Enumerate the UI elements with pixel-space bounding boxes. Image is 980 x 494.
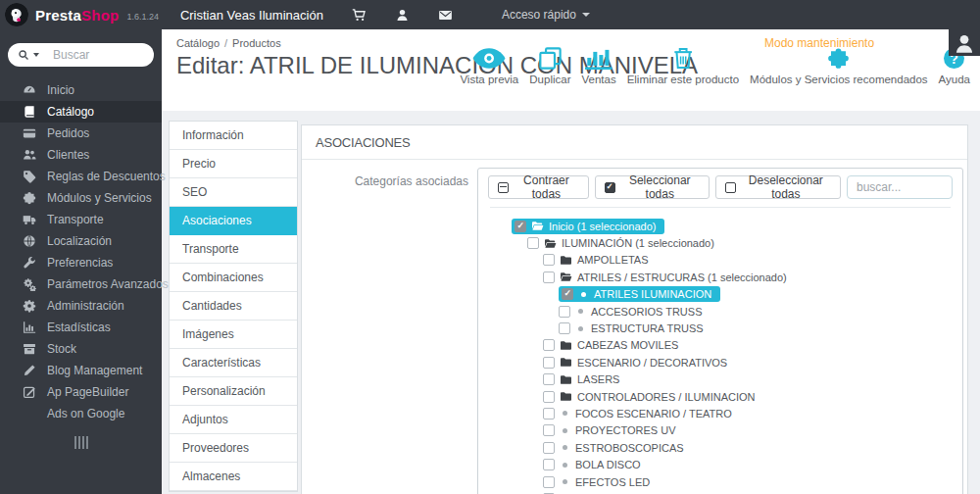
- tab-personalizacion[interactable]: Personalización: [170, 377, 297, 406]
- sidebar-item-reglas-de-descuentos[interactable]: Reglas de Descuentos: [0, 166, 162, 187]
- category-atriles-estrucuras-1-seleccionado[interactable]: ATRILES / ESTRUCURAS (1 seleccionado): [543, 269, 962, 285]
- sidebar-item-inicio[interactable]: Inicio: [0, 79, 162, 101]
- category-efectos-led[interactable]: EFECTOS LED: [543, 473, 962, 490]
- category-checkbox[interactable]: [543, 373, 555, 385]
- category-checkbox[interactable]: [543, 408, 555, 420]
- category-label[interactable]: ESTRUCTURA TRUSS: [591, 322, 704, 334]
- tab-imagenes[interactable]: Imágenes: [170, 321, 297, 349]
- category-search-input[interactable]: [847, 175, 953, 199]
- category-checkbox[interactable]: [543, 424, 555, 436]
- category-label[interactable]: ESCENARIO / DECORATIVOS: [577, 357, 727, 369]
- sidebar-collapse-handle[interactable]: [74, 436, 88, 449]
- cart-icon[interactable]: [352, 8, 367, 23]
- category-checkbox[interactable]: [562, 288, 573, 300]
- category-estroboscopicas[interactable]: ESTROBOSCOPICAS: [543, 439, 962, 456]
- category-label[interactable]: FOCOS ESCENARIO / TEATRO: [575, 408, 732, 420]
- category-accesorios-truss[interactable]: ACCESORIOS TRUSS: [559, 303, 962, 320]
- tab-caracteristicas[interactable]: Características: [170, 349, 297, 377]
- tab-adjuntos[interactable]: Adjuntos: [170, 406, 297, 434]
- category-label[interactable]: ESTROBOSCOPICAS: [575, 442, 684, 454]
- category-checkbox[interactable]: [543, 391, 555, 403]
- category-label[interactable]: LASERS: [577, 373, 619, 385]
- tab-cantidades[interactable]: Cantidades: [170, 292, 297, 321]
- category-estructura-truss[interactable]: ESTRUCTURA TRUSS: [559, 320, 962, 336]
- button-contraer-todas[interactable]: Contraer todas: [488, 175, 589, 199]
- action-duplicar[interactable]: Duplicar: [529, 45, 570, 85]
- search-scope-caret-icon[interactable]: [33, 53, 39, 57]
- category-ampolletas[interactable]: AMPOLLETAS: [543, 252, 962, 269]
- sidebar-item-ads-on-google[interactable]: Ads on Google: [0, 403, 162, 424]
- category-checkbox[interactable]: [559, 306, 570, 318]
- category-proyectores-uv[interactable]: PROYECTORES UV: [543, 422, 962, 439]
- user-icon[interactable]: [395, 8, 410, 23]
- prestashop-logo[interactable]: PrestaShop 1.6.1.24: [0, 3, 159, 26]
- sidebar-item-stock[interactable]: Stock: [0, 338, 162, 360]
- sidebar-item-parametros-avanzados[interactable]: Parámetros Avanzados: [0, 273, 162, 295]
- sidebar-search[interactable]: [8, 43, 154, 67]
- sidebar-item-localizacion[interactable]: Localización: [0, 230, 162, 252]
- category-label[interactable]: CONTROLADORES / ILUMINACION: [577, 391, 756, 403]
- category-label[interactable]: PROYECTORES UV: [575, 424, 676, 436]
- sidebar-item-clientes[interactable]: Clientes: [0, 144, 162, 166]
- breadcrumb-productos[interactable]: Productos: [232, 37, 281, 49]
- category-label[interactable]: CABEZAS MOVILES: [577, 339, 678, 351]
- button-seleccionar-todas[interactable]: Seleccionar todas: [595, 175, 710, 199]
- sidebar-item-estadisticas[interactable]: Estadísticas: [0, 317, 162, 338]
- action-eliminar-este-producto[interactable]: Eliminar este producto: [627, 45, 739, 85]
- category-iluminacion-1-seleccionado[interactable]: ILUMINACIÓN (1 seleccionado): [527, 234, 962, 251]
- shop-name-link[interactable]: Cristian Veas Iluminación: [180, 8, 323, 23]
- tab-informacion[interactable]: Información: [170, 122, 297, 150]
- sidebar-item-modulos-y-servicios[interactable]: Módulos y Servicios: [0, 187, 162, 209]
- category-label[interactable]: ILUMINACIÓN (1 seleccionado): [562, 237, 714, 249]
- sidebar-item-transporte[interactable]: Transporte: [0, 209, 162, 230]
- breadcrumb-catalogo[interactable]: Catálogo: [176, 37, 220, 49]
- sidebar-item-blog-management[interactable]: Blog Management: [0, 360, 162, 381]
- category-inicio-1-seleccionado[interactable]: Inicio (1 seleccionado): [512, 218, 962, 234]
- category-checkbox[interactable]: [543, 459, 555, 470]
- category-checkbox[interactable]: [543, 357, 555, 369]
- action-ventas[interactable]: Ventas: [581, 45, 615, 85]
- quick-access-menu[interactable]: Acceso rápido: [502, 8, 590, 22]
- category-label[interactable]: EFECTOS LED: [575, 476, 650, 488]
- category-checkbox[interactable]: [543, 272, 555, 283]
- category-controladores-iluminacion[interactable]: CONTROLADORES / ILUMINACION: [543, 388, 962, 405]
- sidebar-item-ap-pagebuilder[interactable]: Ap PageBuilder: [0, 381, 162, 403]
- category-lasers[interactable]: LASERS: [543, 371, 962, 388]
- category-escenario-decorativos[interactable]: ESCENARIO / DECORATIVOS: [543, 354, 962, 370]
- tab-precio[interactable]: Precio: [170, 150, 297, 178]
- tab-proveedores[interactable]: Proveedores: [170, 434, 297, 463]
- category-checkbox[interactable]: [543, 339, 555, 351]
- category-label[interactable]: Inicio (1 seleccionado): [549, 221, 656, 232]
- category-checkbox[interactable]: [543, 476, 555, 488]
- category-checkbox[interactable]: [559, 322, 570, 334]
- sidebar-item-catalogo[interactable]: Catálogo: [0, 101, 162, 123]
- action-modulos-y-servicios-recomendados[interactable]: Módulos y Servicios recomendados: [750, 45, 928, 85]
- sidebar-item-administracion[interactable]: Administración: [0, 295, 162, 317]
- tab-asociaciones[interactable]: Asociaciones: [170, 207, 297, 235]
- category-label[interactable]: BOLA DISCO: [575, 459, 641, 470]
- category-checkbox[interactable]: [543, 442, 555, 454]
- tab-combinaciones[interactable]: Combinaciones: [170, 264, 297, 292]
- category-label[interactable]: ATRILES ILUMINACION: [594, 288, 711, 300]
- sidebar-item-pedidos[interactable]: Pedidos: [0, 123, 162, 144]
- tab-seo[interactable]: SEO: [170, 178, 297, 207]
- category-atriles-iluminacion[interactable]: ATRILES ILUMINACION: [559, 286, 962, 303]
- category-clamps-soportes[interactable]: CLAMPS / SOPORTES: [543, 490, 962, 494]
- category-cabezas-moviles[interactable]: CABEZAS MOVILES: [543, 337, 962, 354]
- employee-avatar[interactable]: [949, 0, 980, 56]
- tab-almacenes[interactable]: Almacenes: [170, 463, 297, 491]
- tab-transporte[interactable]: Transporte: [170, 235, 297, 264]
- category-checkbox[interactable]: [527, 237, 539, 249]
- action-vista-previa[interactable]: Vista previa: [460, 45, 518, 85]
- button-deseleccionar-todas[interactable]: Deseleccionar todas: [715, 175, 841, 199]
- sidebar-search-input[interactable]: [51, 47, 143, 63]
- category-focos-escenario-teatro[interactable]: FOCOS ESCENARIO / TEATRO: [543, 405, 962, 421]
- mail-icon[interactable]: [438, 8, 453, 23]
- category-checkbox[interactable]: [514, 221, 526, 232]
- sidebar-item-preferencias[interactable]: Preferencias: [0, 252, 162, 273]
- category-checkbox[interactable]: [543, 254, 555, 266]
- category-label[interactable]: ATRILES / ESTRUCURAS (1 seleccionado): [577, 272, 787, 283]
- category-label[interactable]: AMPOLLETAS: [577, 254, 649, 266]
- category-label[interactable]: ACCESORIOS TRUSS: [591, 306, 703, 318]
- category-bola-disco[interactable]: BOLA DISCO: [543, 456, 962, 472]
